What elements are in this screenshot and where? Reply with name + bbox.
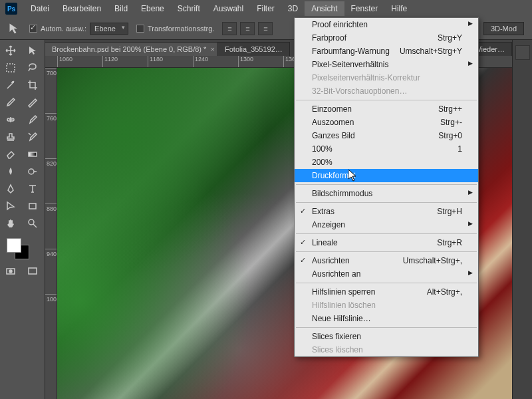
right-panel-dock [512,40,532,399]
menu-item-slices-fixieren[interactable]: Slices fixieren [295,330,478,343]
menu-item-pixel-seitenverh-ltnis[interactable]: Pixel-Seitenverhältnis▶ [295,58,478,71]
menu-fenster[interactable]: Fenster [344,1,385,16]
svg-point-5 [29,219,34,225]
eraser-tool-icon[interactable] [1,146,20,162]
align-icon[interactable]: ≡ [258,22,273,35]
ruler-vertical[interactable]: 7007608208809401000 [45,68,57,399]
svg-rect-4 [29,203,36,209]
menu-item-farbumfang-warnung[interactable]: Farbumfang-WarnungUmschalt+Strg+Y [295,45,478,58]
menu-auswahl[interactable]: Auswahl [207,1,250,16]
panel-icon[interactable] [515,45,530,60]
menu-item-100-[interactable]: 100%1 [295,142,478,156]
slice-tool-icon[interactable] [23,94,42,110]
menu-item-proof-einrichten[interactable]: Proof einrichten▶ [295,18,478,31]
svg-rect-8 [29,268,37,274]
rectangle-tool-icon[interactable] [23,198,42,214]
doc-tab[interactable]: Fotolia_355192… [218,42,290,56]
menu-bearbeiten[interactable]: Bearbeiten [56,1,108,16]
close-icon[interactable]: × [210,45,214,53]
color-swatches[interactable] [1,238,43,262]
menu-datei[interactable]: Datei [24,1,56,16]
menu-ansicht[interactable]: Ansicht [305,1,344,16]
wand-tool-icon[interactable] [1,77,20,93]
move-tool-indicator-icon [8,23,21,34]
menu-item-32-bit-vorschauoptionen-: 32-Bit-Vorschauoptionen… [295,84,478,98]
gradient-tool-icon[interactable] [23,146,42,162]
svg-rect-0 [7,64,15,72]
align-icon[interactable]: ≡ [240,22,255,35]
menu-filter[interactable]: Filter [250,1,281,16]
doc-tab[interactable]: Brockenbahn.psd bei 200% (Ebene 0, RGB/8… [45,42,218,56]
marquee-tool-icon[interactable] [1,60,20,76]
auto-select-label: Autom. ausw.: [41,25,86,33]
menu-item-hilfslinien-sperren[interactable]: Hilfslinien sperrenAlt+Strg+, [295,285,478,299]
menu-item-200-[interactable]: 200% [295,156,478,169]
auto-select-dropdown[interactable]: Ebene [90,23,128,35]
lasso-tool-icon[interactable] [23,60,42,76]
hand-tool-icon[interactable] [1,215,20,231]
stamp-tool-icon[interactable] [1,129,20,145]
menu-bild[interactable]: Bild [108,1,134,16]
history-brush-tool-icon[interactable] [23,129,42,145]
menu-item-pixelseitenverh-ltnis-korrektur: Pixelseitenverhältnis-Korrektur [295,71,478,84]
blur-tool-icon[interactable] [1,164,20,180]
menu-item-slices-l-schen: Slices löschen [295,343,478,356]
svg-point-3 [29,169,34,174]
app-logo: Ps [5,3,17,15]
menu-item-ausrichten[interactable]: ✓AusrichtenUmschalt+Strg+, [295,254,478,267]
menu-item-anzeigen[interactable]: Anzeigen▶ [295,218,478,231]
menu-schrift[interactable]: Schrift [171,1,207,16]
transform-controls-checkbox[interactable] [136,25,144,33]
move-tool-icon[interactable] [1,43,20,59]
menu-item-extras[interactable]: ✓ExtrasStrg+H [295,205,478,218]
foreground-color-swatch[interactable] [7,238,21,253]
menubar: Ps Datei Bearbeiten Bild Ebene Schrift A… [0,0,532,17]
menu-item-einzoomen[interactable]: EinzoomenStrg++ [295,102,478,116]
menu-3d[interactable]: 3D [281,1,305,16]
menu-item-ausrichten-an[interactable]: Ausrichten an▶ [295,267,478,281]
svg-rect-2 [29,152,37,156]
path-select-tool-icon[interactable] [1,198,20,214]
transform-controls-label: Transformationsstrg. [148,25,214,33]
healing-tool-icon[interactable] [1,112,20,128]
menu-item-druckformat[interactable]: Druckformat [295,169,478,182]
dodge-tool-icon[interactable] [23,164,42,180]
menu-item-lineale[interactable]: ✓LinealeStrg+R [295,236,478,249]
type-tool-icon[interactable] [23,181,42,197]
auto-select-checkbox[interactable] [29,25,37,33]
artboard-tool-icon[interactable] [23,43,42,59]
menu-hilfe[interactable]: Hilfe [384,1,414,16]
menu-item-auszoomen[interactable]: AuszoomenStrg+- [295,116,478,129]
crop-tool-icon[interactable] [23,77,42,93]
svg-point-7 [9,270,12,273]
mode-3d-button[interactable]: 3D-Mod [483,22,524,35]
align-icon[interactable]: ≡ [222,22,237,35]
menu-item-farbproof[interactable]: FarbproofStrg+Y [295,31,478,45]
toolbox [0,40,45,399]
screenmode-icon[interactable] [23,263,42,279]
ansicht-dropdown-menu: Proof einrichten▶FarbproofStrg+YFarbumfa… [294,17,479,357]
eyedropper-tool-icon[interactable] [1,94,20,110]
menu-item-bildschirmmodus[interactable]: Bildschirmmodus▶ [295,187,478,200]
menu-ebene[interactable]: Ebene [134,1,171,16]
brush-tool-icon[interactable] [23,112,42,128]
quickmask-icon[interactable] [1,263,20,279]
zoom-tool-icon[interactable] [23,215,42,231]
menu-item-neue-hilfslinie-[interactable]: Neue Hilfslinie… [295,312,478,325]
menu-item-ganzes-bild[interactable]: Ganzes BildStrg+0 [295,129,478,142]
menu-item-hilfslinien-l-schen: Hilfslinien löschen [295,299,478,312]
pen-tool-icon[interactable] [1,181,20,197]
